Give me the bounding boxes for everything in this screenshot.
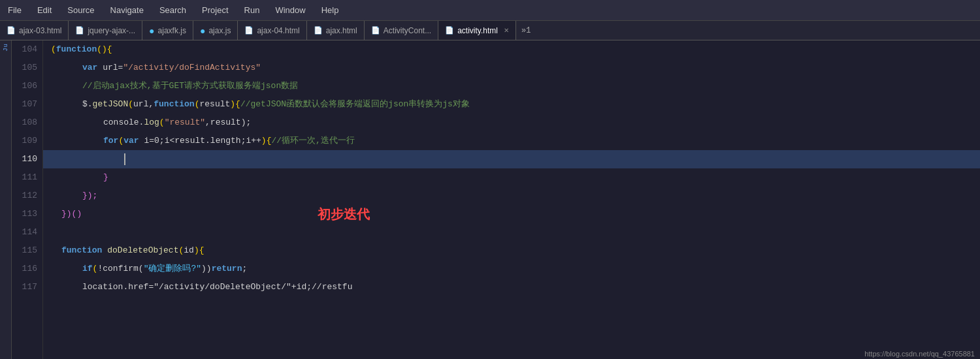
code-line-108: console.log("result",result); [43,114,980,132]
tab-label: ActivityCont... [384,26,431,35]
tab-dot-icon: ● [149,25,154,36]
code-line-111: } [43,168,980,187]
tab-jqueryajax[interactable]: 📄 jquery-ajax-... [69,21,142,40]
tab-file-icon: 📄 [7,26,16,35]
code-line-105: var url="/activity/doFindActivitys" [43,59,980,77]
tab-label: activity.html [457,26,498,35]
menu-run[interactable]: Run [242,4,263,16]
tab-dot-icon: ● [200,25,205,36]
code-line-109: for(var i=0;i<result.length;i++){//循环一次,… [43,132,980,150]
menu-edit[interactable]: Edit [35,4,54,16]
line-num-112: 112 [14,187,37,205]
tab-label: ajax.html [326,26,357,35]
line-num-110: 110 [14,150,37,168]
code-line-110 [43,150,980,168]
line-numbers: 104 105 106 107 108 109 110 111 112 113 … [12,40,43,359]
line-num-114: 114 [14,223,37,242]
menu-bar: File Edit Source Navigate Search Project… [0,0,980,21]
code-line-113: })() 初步迭代 [43,205,980,223]
line-num-104: 104 [14,40,37,59]
tab-close-icon[interactable]: ✕ [504,27,509,34]
line-num-106: 106 [14,77,37,95]
code-line-114 [43,223,980,242]
line-num-107: 107 [14,95,37,114]
tab-label: jquery-ajax-... [88,26,135,35]
tab-file-icon: 📄 [244,26,253,35]
code-line-104: (function(){ [43,40,980,59]
menu-project[interactable]: Project [199,4,231,16]
tab-label: ajaxfk.js [158,26,186,35]
line-num-105: 105 [14,59,37,77]
text-cursor [124,153,125,165]
menu-search[interactable]: Search [157,4,189,16]
code-line-112: }); [43,187,980,205]
tab-ajaxjs[interactable]: ● ajax.js [193,21,238,40]
code-line-116: if(!confirm("确定删除吗?"))return; [43,260,980,278]
tab-file-icon: 📄 [75,26,84,35]
tab-file-icon: 📄 [371,26,380,35]
tab-file-icon: 📄 [445,26,454,35]
tab-label: ajax-04.html [257,26,299,35]
tab-bar: 📄 ajax-03.html 📄 jquery-ajax-... ● ajaxf… [0,21,980,40]
tab-ajax03[interactable]: 📄 ajax-03.html [0,21,69,40]
line-num-108: 108 [14,114,37,132]
code-line-107: $.getJSON(url,function(result){//getJSON… [43,95,980,114]
line-num-116: 116 [14,260,37,278]
watermark: https://blog.csdn.net/qq_43765881 [864,350,975,358]
line-num-117: 117 [14,278,37,296]
tab-more[interactable]: »1 [516,26,536,35]
line-num-113: 113 [14,205,37,223]
code-line-115: function doDeleteObject(id){ [43,242,980,260]
tab-activityhtml[interactable]: 📄 activity.html ✕ [438,21,516,40]
line-num-115: 115 [14,242,37,260]
line-num-111: 111 [14,168,37,187]
tab-activitycont[interactable]: 📄 ActivityCont... [365,21,438,40]
code-area[interactable]: (function(){ var url="/activity/doFindAc… [43,40,980,359]
annotation-text: 初步迭代 [318,205,370,223]
code-line-106: //启动ajax技术,基于GET请求方式获取服务端json数据 [43,77,980,95]
menu-help[interactable]: Help [319,4,342,16]
tab-file-icon: 📄 [314,26,323,35]
code-line-117: location.href="/activity/doDeleteObject/… [43,278,980,296]
menu-source[interactable]: Source [65,4,97,16]
sidebar-icon-1: Ju [3,43,9,52]
tab-ajaxfkjs[interactable]: ● ajaxfk.js [142,21,193,40]
menu-window[interactable]: Window [272,4,308,16]
menu-file[interactable]: File [5,4,24,16]
left-sidebar-icons: Ju [0,40,12,359]
menu-navigate[interactable]: Navigate [108,4,146,16]
line-num-109: 109 [14,132,37,150]
tab-ajaxhtml[interactable]: 📄 ajax.html [307,21,365,40]
tab-ajax04[interactable]: 📄 ajax-04.html [238,21,306,40]
tab-label: ajax.js [208,26,231,35]
tab-label: ajax-03.html [19,26,61,35]
editor-container: Ju 104 105 106 107 108 109 110 111 112 1… [0,40,980,359]
